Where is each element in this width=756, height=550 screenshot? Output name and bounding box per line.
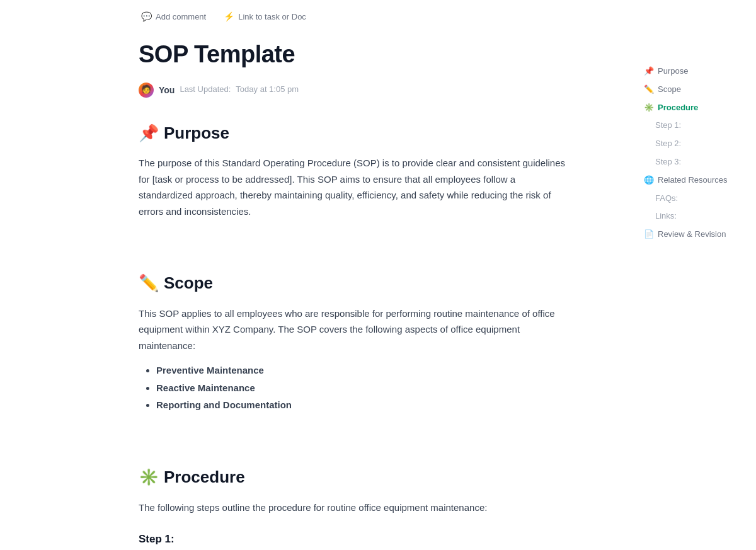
sidebar-scope-label: Scope [658,83,681,96]
link-to-task-button[interactable]: ⚡ Link to task or Doc [221,10,309,23]
sidebar-item-step2[interactable]: Step 2: [640,135,746,152]
list-item: Reactive Maintenance [156,380,567,396]
sidebar-review-label: Review & Revision [658,228,726,241]
last-updated-value: Today at 1:05 pm [236,83,299,96]
sidebar-purpose-label: Purpose [658,65,688,78]
sidebar-faqs-label: FAQs: [655,192,678,205]
author-line: 🧑 You Last Updated: Today at 1:05 pm [139,83,567,98]
step1-heading: Step 1: [139,530,567,547]
sidebar-item-review-revision[interactable]: 📄 Review & Revision [640,226,746,243]
right-sidebar: 📌 Purpose ✏️ Scope ✳️ Procedure Step 1: … [630,0,756,550]
scope-section: ✏️ Scope This SOP applies to all employe… [139,270,567,413]
toolbar: 💬 Add comment ⚡ Link to task or Doc [139,0,567,30]
procedure-section: ✳️ Procedure The following steps outline… [139,464,567,550]
avatar: 🧑 [139,83,154,98]
app-container: 💬 Add comment ⚡ Link to task or Doc SOP … [0,0,756,550]
add-comment-label: Add comment [156,12,206,21]
sidebar-item-related-resources[interactable]: 🌐 Related Resources [640,172,746,189]
purpose-heading: 📌 Purpose [139,120,567,147]
last-updated-label: Last Updated: [180,83,231,96]
purpose-body: The purpose of this Standard Operating P… [139,155,567,219]
sidebar-step3-label: Step 3: [655,156,681,169]
list-item: Preventive Maintenance [156,362,567,379]
procedure-heading-text: Procedure [164,464,245,491]
scope-sidebar-icon: ✏️ [644,83,654,96]
sidebar-item-links[interactable]: Links: [640,208,746,225]
scope-heading: ✏️ Scope [139,270,567,297]
sidebar-step1-label: Step 1: [655,119,681,132]
page-title: SOP Template [139,35,567,74]
main-content: 💬 Add comment ⚡ Link to task or Doc SOP … [0,0,605,550]
sidebar-item-procedure[interactable]: ✳️ Procedure [640,100,746,117]
sidebar-step2-label: Step 2: [655,137,681,151]
sidebar-item-faqs[interactable]: FAQs: [640,190,746,207]
purpose-section: 📌 Purpose The purpose of this Standard O… [139,120,567,220]
sidebar-item-step3[interactable]: Step 3: [640,154,746,171]
add-comment-button[interactable]: 💬 Add comment [139,10,209,23]
purpose-heading-text: Purpose [164,120,229,147]
related-resources-icon: 🌐 [644,174,654,187]
scope-heading-text: Scope [164,270,213,297]
comment-icon: 💬 [141,11,152,21]
list-item: Reporting and Documentation [156,397,567,413]
review-revision-icon: 📄 [644,228,654,241]
scope-emoji: ✏️ [139,270,159,297]
procedure-body: The following steps outline the procedur… [139,500,567,516]
procedure-emoji: ✳️ [139,464,159,491]
divider-1 [139,249,567,250]
sidebar-item-step1[interactable]: Step 1: [640,117,746,134]
procedure-heading: ✳️ Procedure [139,464,567,491]
sidebar-item-scope[interactable]: ✏️ Scope [640,81,746,98]
scope-bullets: Preventive Maintenance Reactive Maintena… [139,362,567,413]
sidebar-related-label: Related Resources [658,174,728,187]
procedure-sidebar-icon: ✳️ [644,101,654,115]
sidebar-links-label: Links: [655,210,677,223]
divider-2 [139,444,567,444]
link-to-task-label: Link to task or Doc [238,12,306,21]
link-icon: ⚡ [224,11,234,21]
sidebar-procedure-label: Procedure [658,101,698,115]
purpose-emoji: 📌 [139,120,159,147]
author-name: You [159,83,175,97]
scope-body: This SOP applies to all employees who ar… [139,306,567,354]
sidebar-item-purpose[interactable]: 📌 Purpose [640,63,746,80]
purpose-sidebar-icon: 📌 [644,65,654,78]
